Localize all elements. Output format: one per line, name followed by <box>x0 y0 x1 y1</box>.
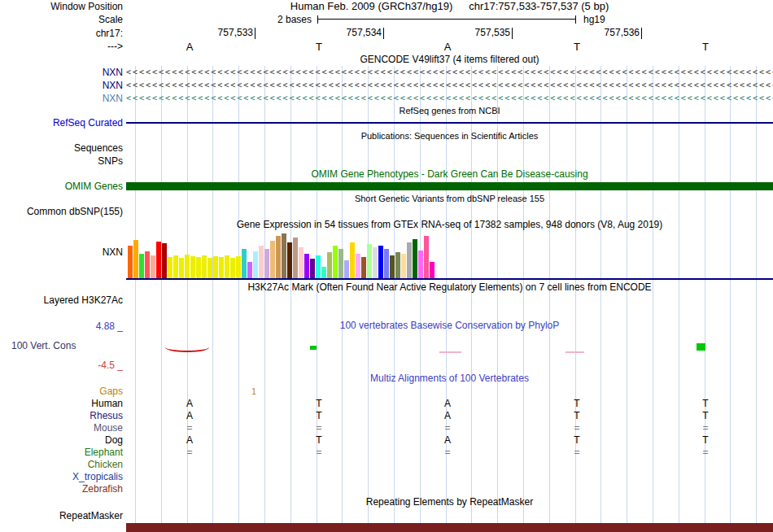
refseq-curated-label[interactable]: RefSeq Curated <box>0 117 126 129</box>
refseq-track-title[interactable]: RefSeq genes from NCBI <box>399 106 500 116</box>
dbsnp-track-title[interactable]: Short Genetic Variants from dbSNP releas… <box>355 194 544 203</box>
species-label[interactable]: Chicken <box>0 459 126 471</box>
omim-genes-row: OMIM Genes <box>0 181 773 193</box>
gtex-tissue-bar <box>413 239 417 278</box>
phylop-track-label[interactable]: 100 Vert. Cons <box>11 340 76 351</box>
omim-genes-label[interactable]: OMIM Genes <box>0 181 126 193</box>
alignment-base: T <box>702 410 708 422</box>
phylop-plot-area[interactable]: 100 vertebrates Basewise Conservation by… <box>126 319 773 371</box>
multiz-species-row: Chicken <box>0 459 773 471</box>
gencode-gene-row: NXN<<<<<<<<<<<<<<<<<<<<<<<<<<<<<<<<<<<<<… <box>0 92 773 105</box>
gtex-tissue-bar <box>361 257 366 278</box>
gtex-tissue-bar <box>202 255 207 278</box>
gtex-tissue-bar <box>242 249 247 278</box>
omim-gene-bar[interactable] <box>126 182 773 190</box>
h3k27ac-track-area[interactable] <box>126 294 773 319</box>
sequences-label[interactable]: Sequences <box>0 142 126 155</box>
gene-exon-line[interactable]: <<<<<<<<<<<<<<<<<<<<<<<<<<<<<<<<<<<<<<<<… <box>126 66 773 79</box>
dbsnp-track-area[interactable] <box>126 205 773 218</box>
alignment-base: A <box>444 398 451 410</box>
alignment-base: T <box>574 410 579 422</box>
gtex-title-row: Gene Expression in 54 tissues from GTEx … <box>0 218 773 232</box>
window-position-text: Human Feb. 2009 (GRCh37/hg19)chr17:757,5… <box>126 0 773 13</box>
minus-strand-chevrons-icon: <<<<<<<<<<<<<<<<<<<<<<<<<<<<<<<<<<<<<<<<… <box>126 79 773 92</box>
multiz-track-title[interactable]: Multiz Alignments of 100 Vertebrates <box>370 373 529 384</box>
multiz-title-row: Multiz Alignments of 100 Vertebrates <box>0 371 773 386</box>
gtex-tissue-bar <box>356 254 360 278</box>
gene-label[interactable]: NXN <box>0 79 126 92</box>
species-label[interactable]: Elephant <box>0 447 126 459</box>
reference-base: A <box>186 41 194 53</box>
alignment-base: = <box>702 422 708 434</box>
alignment-base: = <box>316 422 321 434</box>
scale-label: Scale <box>0 13 126 26</box>
gaps-label[interactable]: Gaps <box>0 386 126 398</box>
repeatmasker-label[interactable]: RepeatMasker <box>0 509 126 522</box>
species-label[interactable]: Dog <box>0 434 126 447</box>
gtex-tissue-bar <box>378 246 383 278</box>
gene-exon-line[interactable]: <<<<<<<<<<<<<<<<<<<<<<<<<<<<<<<<<<<<<<<<… <box>126 79 773 92</box>
chrom-label: chr17: <box>0 26 126 41</box>
gencode-track-title[interactable]: GENCODE V49lift37 (4 items filtered out) <box>360 54 539 65</box>
species-label[interactable]: X_tropicalis <box>0 471 126 483</box>
position-ruler[interactable]: 757,533757,534757,535757,536 <box>126 26 773 41</box>
gtex-tissue-bar <box>276 236 281 278</box>
repeat-element-bar[interactable] <box>126 523 773 532</box>
omim-track-title[interactable]: OMIM Gene Phenotypes - Dark Green Can Be… <box>311 168 587 180</box>
genome-browser: Window Position Human Feb. 2009 (GRCh37/… <box>0 0 773 532</box>
species-label[interactable]: Human <box>0 398 126 410</box>
h3k27ac-title-row: H3K27Ac Mark (Often Found Near Active Re… <box>0 280 773 294</box>
reference-base: T <box>702 41 709 53</box>
snps-label[interactable]: SNPs <box>0 155 126 168</box>
publications-track-title[interactable]: Publications: Sequences in Scientific Ar… <box>361 131 539 141</box>
repeatmasker-track-title[interactable]: Repeating Elements by RepeatMasker <box>366 496 533 508</box>
gtex-tissue-bar <box>282 233 286 278</box>
species-label[interactable]: Mouse <box>0 422 126 434</box>
alignment-row <box>126 483 773 495</box>
multiz-species-row: Elephant===== <box>0 447 773 459</box>
gtex-tissue-bar <box>316 255 321 278</box>
reference-base: T <box>574 41 580 53</box>
gtex-tissue-bar <box>253 251 258 278</box>
gtex-tissue-bar <box>179 258 184 278</box>
gencode-gene-row: NXN<<<<<<<<<<<<<<<<<<<<<<<<<<<<<<<<<<<<<… <box>0 79 773 92</box>
species-label[interactable]: Rhesus <box>0 410 126 422</box>
gtex-tissue-bar <box>350 242 355 278</box>
alignment-row <box>126 459 773 471</box>
h3k27ac-track-title[interactable]: H3K27Ac Mark (Often Found Near Active Re… <box>247 281 651 293</box>
gtex-tissue-bar <box>390 255 395 278</box>
phylop-faint-mark <box>566 351 584 353</box>
snps-track-area[interactable] <box>126 155 773 168</box>
gtex-gene-label[interactable]: NXN <box>0 232 126 280</box>
phylop-track-title[interactable]: 100 vertebrates Basewise Conservation by… <box>126 319 773 333</box>
gtex-tissue-bar <box>156 242 161 278</box>
position-row: chr17: 757,533757,534757,535757,536 <box>0 26 773 41</box>
multiz-species-row: HumanATATT <box>0 398 773 410</box>
species-label[interactable]: Zebrafish <box>0 483 126 495</box>
refseq-gene-bar[interactable] <box>126 122 773 124</box>
alignment-base: = <box>444 422 450 434</box>
gtex-tissue-bar <box>185 255 190 278</box>
scale-bar <box>317 15 576 24</box>
common-dbsnp-row: Common dbSNP(155) <box>0 205 773 218</box>
gene-label[interactable]: NXN <box>0 92 126 105</box>
gtex-expression-chart[interactable] <box>126 232 773 280</box>
alignment-row: ===== <box>126 447 773 459</box>
position-label: 757,536 <box>126 28 642 39</box>
gtex-tissue-bar <box>128 246 133 278</box>
reference-sequence: ATATT <box>126 41 773 53</box>
alignment-base: A <box>186 398 193 410</box>
h3k27ac-label[interactable]: Layered H3K27Ac <box>0 294 126 319</box>
gencode-gene-row: NXN<<<<<<<<<<<<<<<<<<<<<<<<<<<<<<<<<<<<<… <box>0 66 773 79</box>
alignment-base: = <box>574 422 579 434</box>
gtex-track-title[interactable]: Gene Expression in 54 tissues from GTEx … <box>237 219 663 230</box>
gene-exon-line[interactable]: <<<<<<<<<<<<<<<<<<<<<<<<<<<<<<<<<<<<<<<<… <box>126 92 773 105</box>
phylop-min-value: -4.5 _ <box>98 360 123 371</box>
gencode-title-row: GENCODE V49lift37 (4 items filtered out) <box>0 53 773 66</box>
repeatmasker-label-row: RepeatMasker <box>0 509 773 522</box>
common-dbsnp-label[interactable]: Common dbSNP(155) <box>0 205 126 218</box>
gene-label[interactable]: NXN <box>0 66 126 79</box>
repeatmasker-bar-row <box>0 522 773 532</box>
multiz-species-row: Zebrafish <box>0 483 773 495</box>
sequences-track-area[interactable] <box>126 142 773 155</box>
